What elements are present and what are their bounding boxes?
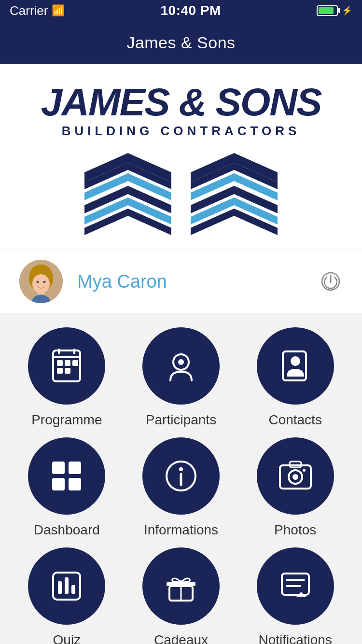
- svg-point-67: [179, 580, 183, 584]
- participants-icon: [162, 347, 200, 385]
- notifications-icon-circle: [257, 547, 334, 625]
- photos-icon: [276, 457, 315, 495]
- status-right: ⚡: [317, 5, 352, 16]
- user-row: Mya Caron: [0, 250, 362, 313]
- avatar: [19, 260, 63, 303]
- notifications-icon: [276, 567, 315, 605]
- battery-icon: [317, 5, 338, 16]
- contacts-icon: [276, 347, 315, 385]
- informations-icon: [162, 457, 200, 495]
- bolt-icon: ⚡: [342, 5, 352, 16]
- dashboard-label: Dashboard: [34, 522, 100, 538]
- contacts-label: Contacts: [268, 412, 322, 428]
- quiz-icon-circle: [28, 547, 105, 625]
- programme-icon-circle: [28, 327, 105, 405]
- status-time: 10:40 PM: [161, 3, 221, 18]
- programme-label: Programme: [31, 412, 102, 428]
- svg-rect-50: [52, 478, 65, 490]
- dashboard-icon: [47, 457, 86, 495]
- grid-item-dashboard[interactable]: Dashboard: [14, 437, 119, 538]
- svg-point-46: [291, 356, 300, 366]
- nav-bar: James & Sons: [0, 21, 362, 64]
- svg-point-44: [178, 359, 184, 365]
- wifi-icon: 📶: [52, 4, 65, 17]
- logo-text-block: JAMES & SONS BUILDING CONTRACTORS: [41, 83, 321, 139]
- cadeaux-icon: [162, 567, 200, 605]
- grid-item-quiz[interactable]: Quiz: [14, 547, 119, 644]
- participants-icon-circle: [142, 327, 220, 405]
- svg-point-59: [303, 469, 306, 472]
- grid-item-programme[interactable]: Programme: [14, 327, 119, 428]
- svg-rect-38: [72, 360, 78, 366]
- cadeaux-label: Cadeaux: [154, 632, 208, 644]
- icon-grid: Programme Participants: [14, 327, 348, 644]
- quiz-icon: [47, 567, 86, 605]
- svg-rect-68: [282, 574, 309, 595]
- svg-rect-63: [71, 585, 75, 594]
- logo-area: JAMES & SONS BUILDING CONTRACTORS: [0, 64, 362, 250]
- contacts-icon-circle: [257, 327, 334, 405]
- grid-item-informations[interactable]: Informations: [129, 437, 234, 538]
- svg-rect-51: [69, 478, 81, 490]
- power-button[interactable]: [319, 269, 343, 294]
- grid-item-photos[interactable]: Photos: [243, 437, 348, 538]
- grid-item-participants[interactable]: Participants: [129, 327, 234, 428]
- svg-rect-37: [65, 360, 70, 366]
- grid-item-contacts[interactable]: Contacts: [243, 327, 348, 428]
- svg-rect-49: [69, 462, 81, 474]
- svg-rect-61: [58, 581, 62, 594]
- grid-item-notifications[interactable]: Notifications: [243, 547, 348, 644]
- battery-fill: [319, 7, 334, 14]
- svg-point-57: [292, 474, 298, 480]
- photos-label: Photos: [274, 522, 316, 538]
- logo-main-text: JAMES & SONS: [41, 83, 321, 122]
- carrier-text: Carrier: [10, 3, 48, 18]
- notifications-label: Notifications: [258, 632, 332, 644]
- logo-icon: [70, 143, 292, 235]
- svg-point-30: [43, 281, 46, 283]
- participants-label: Participants: [146, 412, 216, 428]
- svg-rect-62: [65, 577, 69, 594]
- power-icon: [320, 271, 341, 292]
- quiz-label: Quiz: [53, 632, 81, 644]
- photos-icon-circle: [257, 437, 334, 515]
- nav-title: James & Sons: [126, 33, 235, 52]
- cadeaux-icon-circle: [142, 547, 220, 625]
- informations-icon-circle: [142, 437, 220, 515]
- status-left: Carrier 📶: [10, 3, 65, 18]
- dashboard-icon-circle: [28, 437, 105, 515]
- main-content: Programme Participants: [0, 313, 362, 644]
- svg-point-28: [32, 274, 50, 294]
- informations-label: Informations: [144, 522, 218, 538]
- programme-icon: [47, 347, 86, 385]
- grid-item-cadeaux[interactable]: Cadeaux: [129, 547, 234, 644]
- svg-point-29: [37, 281, 39, 283]
- svg-rect-39: [57, 368, 63, 374]
- status-bar: Carrier 📶 10:40 PM ⚡: [0, 0, 362, 21]
- svg-rect-48: [52, 462, 65, 474]
- svg-point-53: [179, 467, 183, 471]
- avatar-svg: [19, 260, 63, 303]
- svg-rect-40: [65, 368, 70, 374]
- svg-rect-36: [57, 360, 63, 366]
- user-name-label: Mya Caron: [77, 271, 319, 292]
- logo-sub-text: BUILDING CONTRACTORS: [62, 124, 301, 139]
